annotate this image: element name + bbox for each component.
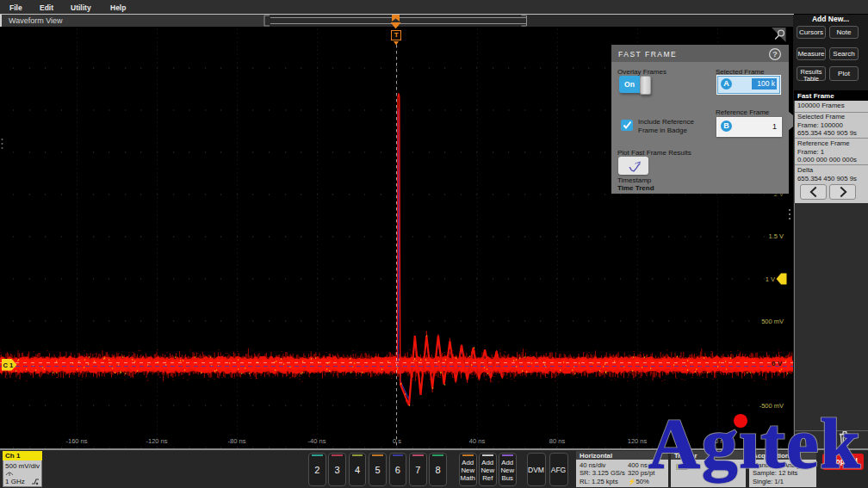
svg-text:500 mV: 500 mV <box>761 318 784 325</box>
svg-text:-160 ns: -160 ns <box>65 437 87 445</box>
svg-text:40 ns: 40 ns <box>469 437 486 445</box>
svg-text:C 1: C 1 <box>3 361 14 369</box>
svg-text:1.5 V: 1.5 V <box>768 232 784 240</box>
svg-text:120 ns: 120 ns <box>628 437 648 445</box>
svg-text:-80 ns: -80 ns <box>228 437 246 445</box>
svg-text:-120 ns: -120 ns <box>146 437 167 445</box>
svg-text:?: ? <box>772 49 778 59</box>
svg-text:1 V: 1 V <box>766 275 775 283</box>
svg-text:-40 ns: -40 ns <box>308 437 326 445</box>
svg-text:80 ns: 80 ns <box>549 437 566 445</box>
svg-text:0 s: 0 s <box>393 437 401 445</box>
